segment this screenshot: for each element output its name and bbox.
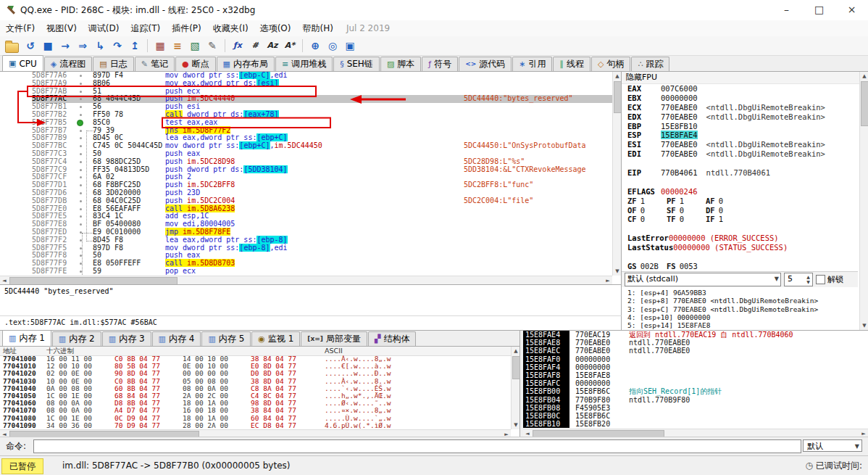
register-row[interactable]: LastStatus00000000 (STATUS_SUCCESS) <box>622 243 858 252</box>
menu-item[interactable]: 调试(D) <box>83 20 125 36</box>
disasm-vscrollbar[interactable]: ▲ ▼ <box>612 72 621 276</box>
tab-SEH链[interactable]: §SEH链 <box>333 57 380 71</box>
registers-panel[interactable]: 隐藏FPU EAX007C6000EBX00000000ECX770EABE0<… <box>622 72 868 330</box>
disasm-row[interactable]: 5D8F77A98B06mov eax,dword ptr ds:[esi] <box>0 80 612 88</box>
register-value[interactable]: 770B4061 <box>661 168 698 177</box>
disasm-row[interactable]: 5D8F77EDE9 0C010000jmp im.5D8F78FE <box>0 228 612 236</box>
disasm-row[interactable]: 5D8F77BCC745 0C 5044C45Dmov dword ptr ss… <box>0 142 612 150</box>
tab-调用堆栈[interactable]: ≡调用堆栈 <box>275 57 333 71</box>
register-row[interactable]: ESP15E8FAE4 <box>622 131 858 140</box>
maximize-button[interactable]: □ <box>803 0 835 20</box>
scope-icon[interactable]: ◎ <box>325 38 341 54</box>
advanced-icon[interactable]: ▦ <box>152 38 168 54</box>
register-row[interactable]: EBP15E8FB10 <box>622 122 858 131</box>
disasm-row[interactable]: 5D8F77AC68 4044C45Dpush im.5DC444405DC44… <box>0 95 612 103</box>
tab-监视 1[interactable]: ◉监视 1 <box>251 331 300 346</box>
disasm-row[interactable]: 5D8F77E0E8 56EAFAFFcall im.5D8A6238 <box>0 205 612 213</box>
memory-dump-panel[interactable]: ▥内存 1▥内存 2▥内存 3▥内存 4▥内存 5◉监视 1[x=]局部变量▞结… <box>0 331 520 437</box>
register-value[interactable]: 00000246 <box>661 187 698 196</box>
menu-item[interactable]: 插件(P) <box>166 20 207 36</box>
stack-row[interactable]: 15E8FB04770B9F80ntdll.770B9F80 <box>523 396 868 404</box>
hash-icon[interactable]: # <box>247 38 263 54</box>
tab-局部变量[interactable]: [x=]局部变量 <box>301 331 367 346</box>
disasm-row[interactable]: 5D8F77C9FF35 04813D5Dpush dword ptr ds:[… <box>0 166 612 174</box>
register-row[interactable]: EAX007C6000 <box>622 84 858 94</box>
flag-DF[interactable]: DF0 <box>706 206 745 215</box>
disasm-hscrollbar[interactable]: ◄ ► <box>0 276 612 284</box>
flag-TF[interactable]: TF0 <box>667 215 706 224</box>
stack-row[interactable]: 15E8FAF815E8FAE8 <box>523 371 868 379</box>
argument-row[interactable]: 2: [esp+8] 770EABE0 <ntdll.DbgUiRemoteBr… <box>622 297 858 305</box>
argument-row[interactable]: 5: [esp+14] 15E8FAE8 <box>622 321 858 329</box>
stack-row[interactable]: 15E8FAE8770EABE0ntdll.770EABE0 <box>523 339 868 347</box>
disassembly-panel[interactable]: 5D8F77A6897D F4mov dword ptr ss:[ebp-C],… <box>0 72 622 284</box>
stack-row[interactable]: 15E8FB0015E8FB6C指向SEH_Record[1]的指针 <box>523 387 868 395</box>
step-over-icon[interactable]: ↷ <box>109 38 125 54</box>
command-input[interactable] <box>33 439 801 453</box>
flag-CF[interactable]: CF0 <box>627 215 667 224</box>
calling-convention-select[interactable]: 默认 (stdcall) ▼ <box>625 273 781 286</box>
register-row[interactable]: ESI770EABE0<ntdll.DbgUiRemoteBreakin> <box>622 140 858 149</box>
stack-row[interactable]: 15E8FAE4770EAC19返回到 ntdll.770EAC19 自 ntd… <box>523 331 868 339</box>
command-profile-dropdown[interactable]: 默认 ▼ <box>803 439 862 452</box>
tab-断点[interactable]: ●断点 <box>175 57 216 71</box>
menu-item[interactable]: 文件(F) <box>0 20 41 36</box>
register-row[interactable]: EBX00000000 <box>622 94 858 103</box>
case-icon[interactable]: Az <box>264 38 280 54</box>
run-icon[interactable]: → <box>57 38 73 54</box>
register-value[interactable]: 770EABE0 <box>661 140 698 149</box>
stack-row[interactable]: 15E8FB0C15E8FB6C <box>523 412 868 420</box>
disasm-row[interactable]: 5D8F77D168 F8BFC25Dpush im.5DC2BFF85DC2B… <box>0 181 612 189</box>
tab-脚本[interactable]: ▨脚本 <box>380 57 421 71</box>
disasm-row[interactable]: 5D8F77B779 39jns im.5D8F77F2 <box>0 127 612 135</box>
stack-row[interactable]: 15E8FB1015E8FB20 <box>523 420 868 428</box>
stack-row[interactable]: 15E8FB08F45905E3 <box>523 404 868 412</box>
dump-vscrollbar[interactable]: ▲ ▼ <box>511 347 519 429</box>
spin-down-icon[interactable]: ▼ <box>805 279 811 285</box>
patches-icon[interactable]: ▧ <box>187 38 203 54</box>
disasm-row[interactable]: 5D8F77F28D45 F8lea eax,dword ptr ss:[ebp… <box>0 236 612 244</box>
register-value[interactable]: 770EABE0 <box>661 103 698 112</box>
disasm-row[interactable]: 5D8F77E583C4 1Cadd esp,1C <box>0 212 612 220</box>
tab-CPU[interactable]: ▣CPU <box>2 55 43 71</box>
register-row[interactable]: EDI770EABE0<ntdll.DbgUiRemoteBreakin> <box>622 149 858 159</box>
dump-row[interactable]: 7704107008 00 0A 00A4 D7 04 7716 00 18 0… <box>0 407 512 414</box>
disasm-row[interactable]: 5D8F77B156push esi <box>0 103 612 111</box>
argument-row[interactable]: 4: [esp+10] 00000000 <box>622 313 858 321</box>
tab-流程图[interactable]: ◈流程图 <box>44 57 92 71</box>
tab-内存 5[interactable]: ▥内存 5 <box>201 331 251 346</box>
flag-ZF[interactable]: ZF1 <box>627 197 667 206</box>
flag-SF[interactable]: SF0 <box>667 206 706 215</box>
register-value[interactable]: 00000000 (STATUS_SUCCESS) <box>673 243 788 252</box>
register-row[interactable]: EFLAGS00000246 <box>622 187 858 197</box>
trace-coverage-icon[interactable]: ≡ <box>170 38 185 54</box>
register-value[interactable]: 15E8FB10 <box>661 122 698 131</box>
disasm-row[interactable]: 5D8F77F9E8 050FFEFFcall im.5D8D8703 <box>0 260 612 268</box>
flag-IF[interactable]: IF1 <box>706 215 745 224</box>
stack-row[interactable]: 15E8FAF400000000 <box>523 363 868 371</box>
restart-icon[interactable]: ↺ <box>22 38 38 54</box>
tab-内存布局[interactable]: ▦内存布局 <box>217 57 275 71</box>
argument-row[interactable]: 3: [esp+C] 770EABE0 <ntdll.DbgUiRemoteBr… <box>622 305 858 313</box>
comment-icon[interactable]: ✎ <box>204 38 220 54</box>
tab-笔记[interactable]: ✎笔记 <box>135 57 175 71</box>
open-file-icon[interactable] <box>5 43 19 53</box>
argument-row[interactable]: 1: [esp+4] 96A59BB3 <box>622 289 858 297</box>
menu-item[interactable]: 帮助(H) <box>296 20 338 36</box>
flag-FS[interactable]: FS0053 <box>667 262 706 271</box>
disasm-row[interactable]: 5D8F77F5897D F8mov dword ptr ss:[ebp-8],… <box>0 244 612 252</box>
disasm-row[interactable]: 5D8F77B2FF50 78call dword ptr ds:[eax+78… <box>0 111 612 119</box>
tab-内存 4[interactable]: ▥内存 4 <box>152 331 201 346</box>
stack-panel[interactable]: 15E8FAE4770EAC19返回到 ntdll.770EAC19 自 ntd… <box>523 331 868 437</box>
argument-count-spinner[interactable]: 5 ▲ ▼ <box>784 273 813 286</box>
disasm-row[interactable]: 5D8F77DB68 04C0C25Dpush im.5DC2C0045DC2C… <box>0 197 612 205</box>
registers-vscrollbar[interactable]: ▲ ▼ <box>859 72 868 330</box>
hide-fpu-toggle[interactable]: 隐藏FPU <box>622 72 868 84</box>
tab-结构体[interactable]: ▞结构体 <box>368 331 416 346</box>
tab-符号[interactable]: ƒ符号 <box>422 57 458 71</box>
stack-row[interactable]: 15E8FAEC770EABE0ntdll.770EABE0 <box>523 347 868 355</box>
register-value[interactable]: 007C6000 <box>661 84 698 93</box>
target-icon[interactable]: ⊕ <box>307 38 323 54</box>
tab-源代码[interactable]: <>源代码 <box>459 57 512 71</box>
tab-跟踪[interactable]: ∴跟踪 <box>631 57 669 71</box>
